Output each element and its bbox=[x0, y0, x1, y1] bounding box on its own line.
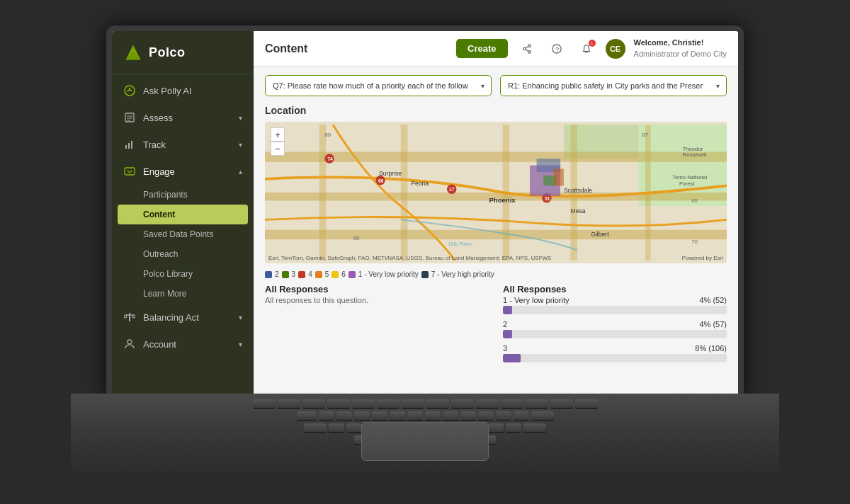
svg-line-20 bbox=[526, 49, 528, 51]
sidebar: Polco Ask Polly AI bbox=[112, 31, 254, 395]
account-icon bbox=[123, 338, 136, 350]
response-pct-1: 4% (52) bbox=[699, 296, 727, 304]
engage-chevron-icon: ▴ bbox=[239, 168, 242, 176]
notification-button[interactable]: 1 bbox=[576, 38, 597, 59]
svg-text:Scottsdale: Scottsdale bbox=[564, 187, 592, 194]
legend-dot-4 bbox=[298, 271, 305, 278]
sidebar-sub-polco-library[interactable]: Polco Library bbox=[112, 264, 254, 284]
legend-label-2: 2 bbox=[275, 270, 279, 278]
legend-dot-1-low bbox=[348, 271, 356, 278]
map-svg: 74 60 17 51 bbox=[265, 122, 727, 263]
sidebar-balancing-label: Balancing Act bbox=[143, 312, 232, 323]
engage-icon bbox=[123, 165, 136, 178]
map-zoom-out[interactable]: − bbox=[271, 142, 285, 156]
responses-left-col: All Responses All responses to this ques… bbox=[265, 284, 489, 368]
user-info: Welcome, Christie! Administrator of Demo… bbox=[634, 38, 727, 59]
sidebar-logo: Polco bbox=[112, 31, 254, 71]
help-button[interactable]: ? bbox=[546, 38, 567, 59]
sidebar-sub-learn-more[interactable]: Learn More bbox=[112, 284, 254, 304]
legend-dot-2 bbox=[265, 271, 272, 278]
help-icon: ? bbox=[552, 44, 562, 54]
legend-label-1-low: 1 - Very low priority bbox=[358, 270, 419, 278]
map-attribution: Esri, TomTom, Garmin, SafeGraph, FAO, ME… bbox=[268, 255, 551, 261]
svg-text:60: 60 bbox=[691, 197, 698, 204]
svg-point-3 bbox=[129, 88, 130, 89]
main-content: Content Create bbox=[254, 31, 738, 395]
legend-dot-5 bbox=[315, 271, 322, 278]
map-container: 74 60 17 51 bbox=[265, 122, 727, 263]
svg-text:Roosevelt: Roosevelt bbox=[683, 151, 708, 158]
top-bar: Content Create bbox=[254, 31, 738, 67]
svg-rect-10 bbox=[131, 141, 132, 149]
svg-rect-8 bbox=[125, 145, 127, 149]
svg-text:Gila River: Gila River bbox=[448, 241, 472, 247]
svg-point-16 bbox=[528, 44, 531, 47]
page-title: Content bbox=[265, 42, 448, 55]
assess-chevron-icon: ▾ bbox=[239, 114, 242, 122]
logo-text: Polco bbox=[149, 45, 186, 60]
sidebar-sub-saved-data-points[interactable]: Saved Data Points bbox=[112, 224, 254, 244]
create-button[interactable]: Create bbox=[456, 39, 507, 58]
svg-text:Tonto National: Tonto National bbox=[672, 174, 707, 181]
svg-text:87: 87 bbox=[642, 132, 648, 138]
user-role: Administrator of Demo City bbox=[634, 49, 727, 59]
map-zoom-in[interactable]: + bbox=[271, 127, 285, 142]
svg-text:Theodor: Theodor bbox=[683, 146, 703, 152]
responses-subtitle: All responses to this question. bbox=[265, 296, 489, 304]
svg-line-19 bbox=[526, 46, 528, 48]
sidebar-item-ask-polly-ai[interactable]: Ask Polly AI bbox=[112, 77, 254, 104]
sidebar-sub-outreach[interactable]: Outreach bbox=[112, 244, 254, 264]
svg-text:Forest: Forest bbox=[679, 181, 696, 187]
balancing-act-icon bbox=[123, 311, 136, 323]
svg-text:?: ? bbox=[555, 45, 559, 52]
question-filter[interactable]: Q7: Please rate how much of a priority e… bbox=[265, 75, 492, 96]
legend-label-7-high: 7 - Very high priority bbox=[431, 270, 494, 278]
sidebar-account-label: Account bbox=[143, 339, 232, 350]
responses-section: All Responses All responses to this ques… bbox=[265, 284, 727, 368]
response-row-1: 1 - Very low priority 4% (52) bbox=[503, 296, 727, 314]
svg-point-17 bbox=[523, 47, 526, 50]
track-chevron-icon: ▾ bbox=[239, 141, 242, 149]
svg-text:60: 60 bbox=[378, 178, 384, 183]
map-legend: 2 3 4 5 6 1 - Very low priority 7 - Very… bbox=[265, 270, 727, 278]
share-icon bbox=[522, 44, 532, 54]
legend-dot-3 bbox=[282, 271, 289, 278]
sidebar-item-balancing-act[interactable]: Balancing Act ▾ bbox=[112, 304, 254, 331]
svg-rect-30 bbox=[401, 125, 408, 260]
legend-label-4: 4 bbox=[308, 270, 312, 278]
svg-point-15 bbox=[128, 340, 132, 344]
filter-row: Q7: Please rate how much of a priority e… bbox=[265, 75, 727, 96]
response-label-2: 2 bbox=[503, 320, 507, 328]
sidebar-sub-participants[interactable]: Participants bbox=[112, 185, 254, 205]
engage-sub-menu: Participants Content Saved Data Points O… bbox=[112, 185, 254, 304]
sidebar-track-label: Track bbox=[143, 139, 232, 150]
sidebar-item-engage[interactable]: Engage ▴ bbox=[112, 158, 254, 185]
sidebar-sub-content[interactable]: Content bbox=[118, 205, 248, 224]
svg-point-18 bbox=[528, 50, 531, 53]
legend-dot-6 bbox=[332, 271, 339, 278]
account-chevron-icon: ▾ bbox=[239, 340, 242, 348]
svg-rect-45 bbox=[554, 168, 564, 185]
sidebar-item-account[interactable]: Account ▾ bbox=[112, 331, 254, 357]
response-bar-bg-2 bbox=[503, 330, 727, 338]
sidebar-item-assess[interactable]: Assess ▾ bbox=[112, 104, 254, 131]
track-icon bbox=[123, 138, 136, 151]
svg-rect-29 bbox=[319, 125, 327, 260]
page-body: Q7: Please rate how much of a priority e… bbox=[254, 67, 738, 395]
sidebar-item-track[interactable]: Track ▾ bbox=[112, 131, 254, 158]
svg-rect-26 bbox=[265, 151, 727, 161]
response-filter[interactable]: R1: Enhancing public safety in City park… bbox=[500, 75, 727, 96]
responses-right-title: All Responses bbox=[503, 284, 727, 294]
map-attribution-right: Powered by Esri bbox=[682, 255, 723, 261]
svg-text:Mesa: Mesa bbox=[570, 207, 585, 214]
response-bar-bg-3 bbox=[503, 354, 727, 362]
responses-title: All Responses bbox=[265, 284, 489, 294]
response-bar-fill-3 bbox=[503, 354, 521, 362]
map-zoom-controls: + − bbox=[271, 127, 285, 156]
svg-text:Phoenix: Phoenix bbox=[489, 196, 516, 204]
share-button[interactable] bbox=[516, 38, 538, 59]
svg-rect-11 bbox=[125, 168, 135, 175]
svg-text:70: 70 bbox=[691, 239, 698, 245]
legend-dot-7-high bbox=[421, 271, 429, 278]
assess-icon bbox=[123, 111, 136, 124]
